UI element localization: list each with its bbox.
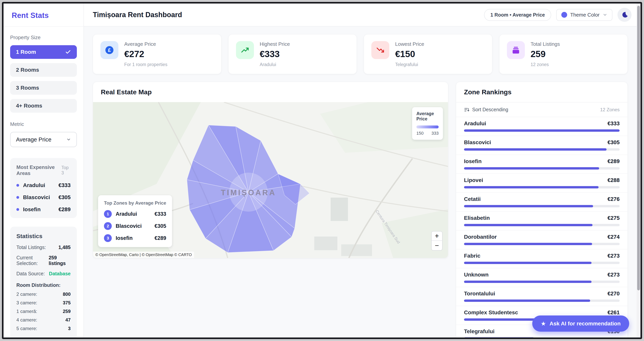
sort-descending-icon bbox=[464, 107, 470, 112]
moon-icon bbox=[620, 11, 628, 19]
ranking-zone-name: Complex Studentesc bbox=[464, 310, 518, 316]
app-title: Rent Stats bbox=[12, 11, 75, 20]
top-zone-name: Iosefin bbox=[116, 235, 150, 241]
ranking-bar-fill bbox=[464, 281, 592, 283]
distribution-value: 800 bbox=[63, 292, 70, 297]
ranking-row-torontalului[interactable]: Torontalului €270 bbox=[456, 287, 628, 306]
ranking-row-unknown[interactable]: Unknown €273 bbox=[456, 268, 628, 287]
area-price: €305 bbox=[58, 194, 70, 201]
distribution-row: 4 camere: 47 bbox=[16, 317, 70, 323]
archive-icon bbox=[507, 41, 525, 59]
metric-select[interactable]: Average Price bbox=[10, 132, 77, 147]
ranking-zone-price: €273 bbox=[608, 272, 620, 278]
ranking-zone-name: Blascovici bbox=[464, 139, 491, 146]
area-name: Aradului bbox=[23, 182, 58, 188]
room-option-label: 2 Rooms bbox=[16, 67, 39, 73]
bullet-dot-icon bbox=[16, 184, 19, 187]
check-icon bbox=[65, 49, 71, 55]
ranking-bar-fill bbox=[464, 129, 620, 132]
metric-label: Metric bbox=[10, 121, 77, 127]
expensive-area-row: Aradului €333 bbox=[16, 182, 70, 188]
ask-ai-button[interactable]: ★ Ask AI for recommendation bbox=[532, 316, 629, 332]
top-zones-overlay: Top Zones by Average Price 1 Aradului €3… bbox=[98, 195, 172, 247]
expensive-area-row: Blascovici €305 bbox=[16, 194, 70, 201]
stat-card-value: €333 bbox=[260, 49, 290, 59]
ranking-row-cetatii[interactable]: Cetatii €276 bbox=[456, 193, 628, 212]
area-price: €289 bbox=[58, 206, 70, 213]
ranking-row-aradului[interactable]: Aradului €333 bbox=[456, 117, 628, 136]
distribution-label: 4 camere: bbox=[16, 317, 37, 323]
scrollbar-thumb[interactable] bbox=[637, 6, 640, 290]
ranking-zone-name: Aradului bbox=[464, 120, 486, 127]
zoom-in-button[interactable]: + bbox=[432, 232, 442, 241]
sort-descending-button[interactable]: Sort Descending bbox=[464, 107, 508, 112]
ranking-row-dorobantilor[interactable]: Dorobantilor €274 bbox=[456, 231, 628, 249]
trend-up-icon bbox=[236, 41, 254, 59]
zone-count-label: 12 Zones bbox=[600, 107, 620, 112]
top-zone-row: 2 Blascovici €305 bbox=[104, 222, 166, 230]
room-option-1-room[interactable]: 1 Room bbox=[10, 45, 77, 59]
vertical-scrollbar[interactable] bbox=[636, 3, 640, 338]
area-price: €333 bbox=[58, 182, 70, 188]
stat-card-subtext: For 1 room properties bbox=[124, 62, 167, 67]
ranking-zone-price: €274 bbox=[608, 234, 620, 240]
map-card-title: Real Estate Map bbox=[93, 82, 448, 102]
ranking-bar-fill bbox=[464, 337, 534, 338]
map-legend-gradient bbox=[416, 125, 439, 128]
distribution-label: 2 camere: bbox=[16, 292, 37, 297]
top-zones-title: Top Zones by Average Price bbox=[104, 200, 166, 206]
real-estate-map-card: Real Estate Map bbox=[93, 82, 448, 258]
statistics-panel: Statistics Total Listings: 1,485 Current… bbox=[10, 227, 77, 339]
room-distribution-label: Room Distribution: bbox=[16, 282, 70, 288]
dark-mode-toggle[interactable] bbox=[618, 8, 632, 22]
distribution-row: 2 camere: 800 bbox=[16, 292, 70, 297]
ranking-zone-price: €261 bbox=[608, 310, 620, 316]
map-legend: Average Price 150 333 bbox=[412, 107, 443, 140]
pound-coin-icon: £ bbox=[100, 41, 118, 59]
top-zone-row: 3 Iosefin €289 bbox=[104, 234, 166, 242]
ranking-zone-name: Cetatii bbox=[464, 196, 481, 202]
stat-card-total-listings: Total Listings 259 12 zones bbox=[499, 34, 628, 74]
ask-ai-label: Ask AI for recommendation bbox=[550, 321, 620, 327]
distribution-value: 3 bbox=[68, 326, 70, 331]
expensive-area-row: Iosefin €289 bbox=[16, 206, 70, 213]
stat-value: Database bbox=[49, 271, 70, 277]
ranking-bar-fill bbox=[464, 262, 592, 264]
ranking-zone-price: €305 bbox=[608, 139, 620, 146]
ranking-zone-price: €270 bbox=[608, 291, 620, 297]
ranking-row-blascovici[interactable]: Blascovici €305 bbox=[456, 136, 628, 155]
room-option-4-rooms[interactable]: 4+ Rooms bbox=[10, 99, 77, 113]
bullet-dot-icon bbox=[16, 208, 19, 211]
top-zone-price: €333 bbox=[154, 211, 166, 217]
ranking-zone-price: €289 bbox=[608, 158, 620, 164]
ranking-zone-name: Elisabetin bbox=[464, 215, 490, 221]
stat-card-subtext: 12 zones bbox=[531, 62, 560, 67]
stat-label: Total Listings: bbox=[16, 245, 46, 250]
map-canvas[interactable]: TIMIȘOARA Centura Timișoara Sud Average … bbox=[93, 102, 448, 258]
zone-rankings-toolbar: Sort Descending 12 Zones bbox=[456, 102, 628, 117]
theme-color-select[interactable]: Theme Color bbox=[556, 9, 612, 21]
ranking-bar-track bbox=[464, 262, 620, 264]
room-option-3-rooms[interactable]: 3 Rooms bbox=[10, 81, 77, 95]
stat-card-subtext: Aradului bbox=[260, 62, 290, 67]
chevron-down-icon bbox=[603, 12, 607, 17]
ranking-zone-name: Telegrafului bbox=[464, 328, 494, 335]
stat-card-lowest-price: Lowest Price €150 Telegrafului bbox=[364, 34, 492, 74]
stat-card-label: Highest Price bbox=[260, 41, 290, 47]
ranking-row-fabric[interactable]: Fabric €273 bbox=[456, 249, 628, 268]
ranking-row-elisabetin[interactable]: Elisabetin €275 bbox=[456, 212, 628, 231]
map-legend-title: Average Price bbox=[416, 111, 439, 122]
map-zoom-controls: + − bbox=[431, 231, 442, 251]
trend-down-icon bbox=[371, 41, 389, 59]
ranking-row-iosefin[interactable]: Iosefin €289 bbox=[456, 155, 628, 174]
stat-card-subtext: Telegrafului bbox=[395, 62, 424, 67]
ranking-row-lipovei[interactable]: Lipovei €288 bbox=[456, 174, 628, 193]
statistics-row: Total Listings: 1,485 bbox=[16, 245, 70, 250]
app-window: Rent Stats Property Size 1 Room 2 Rooms … bbox=[2, 2, 642, 339]
map-legend-min: 150 bbox=[416, 131, 424, 136]
room-option-2-rooms[interactable]: 2 Rooms bbox=[10, 63, 77, 77]
distribution-row: 5 camere: 3 bbox=[16, 326, 70, 331]
top-zone-row: 1 Aradului €333 bbox=[104, 210, 166, 218]
zoom-out-button[interactable]: − bbox=[432, 241, 442, 250]
active-filter-badge: 1 Room • Average Price bbox=[484, 9, 551, 21]
